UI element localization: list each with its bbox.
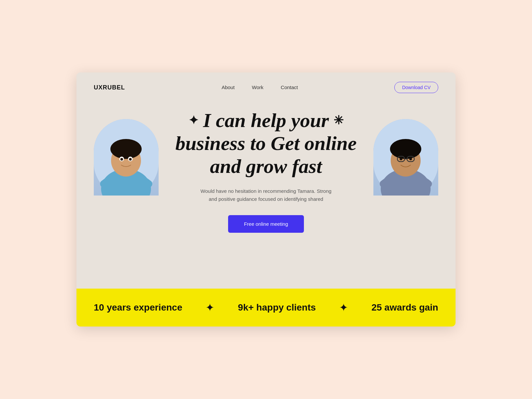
stats-bar: 10 years experience ✦ 9k+ happy clients … <box>76 289 456 327</box>
hero-layout: ✦ I can help your ✳ business to Get onli… <box>94 109 438 233</box>
svg-point-17 <box>400 158 402 160</box>
svg-point-18 <box>409 158 412 160</box>
person-right-svg <box>373 119 438 196</box>
svg-point-4 <box>110 139 142 159</box>
hero-center: ✦ I can help your ✳ business to Get onli… <box>159 109 373 233</box>
nav-links: About Work Contact <box>221 84 298 90</box>
divider-icon-1: ✦ <box>205 301 214 314</box>
nav-about[interactable]: About <box>221 84 234 90</box>
nav-work[interactable]: Work <box>252 84 264 90</box>
stat-awards: 25 awards gain <box>371 302 438 313</box>
svg-point-7 <box>120 158 123 161</box>
headline-line2: business to Get online <box>175 132 356 155</box>
nav-contact[interactable]: Contact <box>281 84 298 90</box>
free-meeting-button[interactable]: Free online meeting <box>228 215 304 233</box>
divider-icon-2: ✦ <box>339 301 348 314</box>
person-left-svg <box>94 119 159 196</box>
hero-content: ✦ I can help your ✳ business to Get onli… <box>175 109 356 233</box>
star-right-icon: ✳ <box>333 114 343 127</box>
stat-clients: 9k+ happy clients <box>238 302 316 313</box>
avatar-left <box>94 119 159 196</box>
brand-logo: UXRUBEL <box>94 84 125 91</box>
navbar: UXRUBEL About Work Contact Download CV <box>76 72 456 102</box>
stat-experience: 10 years experience <box>94 302 182 313</box>
svg-point-8 <box>129 158 132 161</box>
avatar-right <box>373 119 438 196</box>
headline-line3: and grow fast <box>175 155 356 178</box>
hero-headline: ✦ I can help your ✳ business to Get onli… <box>175 109 356 178</box>
hero-subtitle: Would have no hesitation in recommending… <box>196 187 336 203</box>
download-cv-button[interactable]: Download CV <box>394 82 438 93</box>
page-container: UXRUBEL About Work Contact Download CV <box>76 72 456 327</box>
hero-section: ✦ I can help your ✳ business to Get onli… <box>76 102 456 289</box>
star-left-icon: ✦ <box>189 114 199 127</box>
svg-point-13 <box>390 139 421 159</box>
